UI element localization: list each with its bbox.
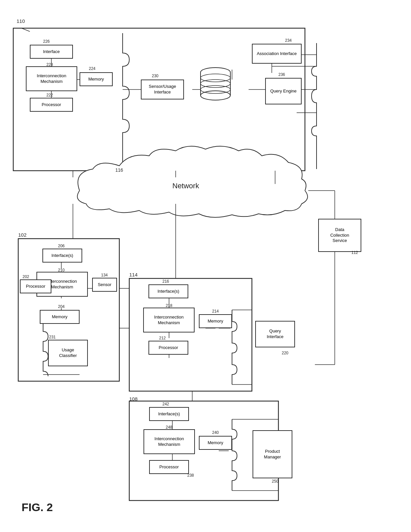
label-231: 231 [49,335,56,339]
label-110: 110 [17,18,25,24]
label-220: 220 [282,351,288,355]
usage-classifier-box-231: Usage Classifier [48,340,88,366]
svg-rect-32 [129,278,252,391]
label-212: 212 [159,336,166,340]
svg-point-1 [80,171,305,210]
label-240: 240 [212,430,219,435]
label-112: 112 [351,250,358,255]
label-206: 206 [58,244,65,248]
label-242: 242 [162,402,169,406]
interconnection-box-248: Interconnection Mechanism [144,429,195,454]
network-number: 116 [115,167,123,173]
processor-box-212: Processor [148,341,188,355]
fig-label: FIG. 2 [22,501,53,514]
interface-box-242: Interface(s) [149,407,189,421]
label-234: 234 [285,38,292,43]
label-230: 230 [152,74,158,78]
label-214: 214 [212,309,219,314]
label-238: 238 [187,473,194,478]
memory-box-224: Memory [80,72,113,86]
sensor-box-134: Sensor [92,278,117,292]
memory-box-240: Memory [199,436,232,450]
interface-box-226: Interface [30,45,73,59]
memory-box-204: Memory [40,310,80,324]
label-204: 204 [58,304,65,309]
memory-box-214: Memory [199,314,232,328]
processor-box-202: Processor [20,279,51,293]
svg-line-50 [22,28,30,31]
label-248: 248 [166,425,172,430]
processor-box-238: Processor [149,460,189,474]
interface-box-206: Interface(s) [42,249,82,263]
network-label: Network [172,182,199,190]
label-226: 226 [43,39,50,44]
query-interface-box-220: Query Interface [255,321,295,347]
interconnection-box-218: Interconnection Mechanism [143,308,195,332]
label-236: 236 [278,72,285,77]
label-134: 134 [101,273,108,277]
label-202: 202 [23,274,29,279]
label-108: 108 [129,396,138,402]
product-manager-box-250: Product Manager [253,430,292,478]
label-102: 102 [18,232,27,238]
interconnection-box-228: Interconnection Mechanism [26,66,77,91]
label-218: 218 [166,303,172,308]
diagram: 110 Interface 226 Interconnection Mechan… [0,0,411,532]
sensor-usage-box-230: Sensor/Usage Interface [141,80,184,99]
query-engine-box-236: Query Engine [265,78,302,104]
label-222: 222 [46,93,53,97]
label-228: 228 [46,62,53,67]
data-collection-box: Data Collection Service [318,219,361,252]
label-224: 224 [89,66,95,71]
label-216: 216 [162,279,169,284]
label-114: 114 [129,272,138,277]
interface-box-216: Interface(s) [148,284,188,298]
label-210: 210 [58,268,65,272]
processor-box-222: Processor [30,98,73,112]
label-250: 250 [272,479,278,484]
cylinder-svg [199,66,232,106]
association-interface-box-234: Association Interface [252,44,302,64]
